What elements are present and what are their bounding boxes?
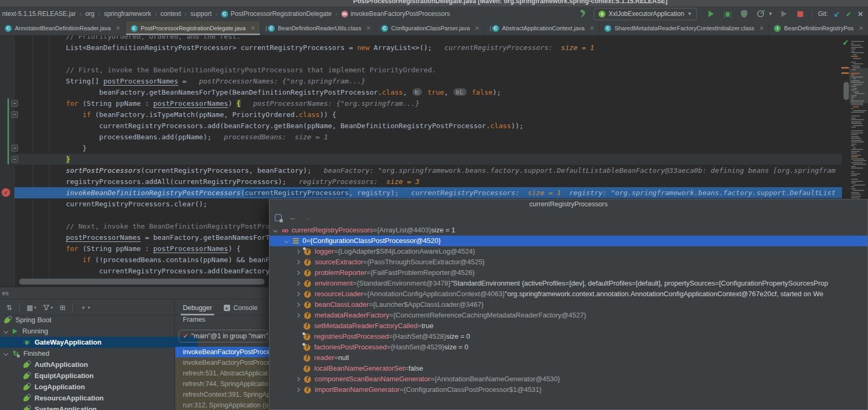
chevron-right-icon[interactable] [296,313,300,317]
chevron-right-icon[interactable] [296,292,300,296]
code-line[interactable]: List<BeanDefinitionRegistryPostProcessor… [14,42,842,53]
coverage-button[interactable] [739,9,749,19]
chevron-down-icon[interactable] [4,351,8,355]
close-icon[interactable]: ✕ [858,25,863,32]
error-stripe-mark[interactable] [841,72,849,74]
variable-row[interactable]: fmetadataReaderFactory = {ConcurrentRefe… [269,310,868,321]
service-row-equiptapplication[interactable]: EquiptApplication [0,370,198,381]
service-row-resourceapplication[interactable]: ResourceApplication [0,392,198,404]
variable-row[interactable]: fenvironment = {StandardEnvironment@3478… [269,278,868,289]
breadcrumb-item[interactable]: springframework [104,10,151,18]
filter-icon[interactable]: ▾ [43,304,53,311]
inspections-ok-icon[interactable]: ✓ [842,38,849,47]
chevron-right-icon[interactable] [296,303,300,307]
fold-marker[interactable] [11,156,18,163]
run-configuration-selector[interactable]: s XxlJobExecutorApplication ▼ [594,8,697,20]
close-icon[interactable]: ✕ [475,25,479,32]
variable-row[interactable]: flocalBeanNameGeneratorSet = false [269,363,868,374]
breadcrumb-item[interactable]: ntext-5.1.15.RELEASE.jar [2,10,76,18]
fold-marker[interactable] [11,145,18,152]
variable-row[interactable]: flogger = {LogAdapter$Slf4jLocationAware… [269,246,868,257]
thread-selector[interactable]: ✓ "main"@1 in group "main": [179,330,268,342]
tab-console[interactable]: ▸ Console [224,304,258,312]
close-icon[interactable]: ✕ [115,25,120,32]
add-service-icon[interactable]: ＋▾ [80,303,90,312]
editor-tab[interactable]: (CAbstractApplicationContext.java✕ [485,21,600,35]
back-arrow-icon[interactable]: ← [289,213,297,222]
code-line[interactable]: for (String ppName : postProcessorNames)… [14,98,842,109]
code-line[interactable]: beanFactory.getBeanNamesForType(BeanDefi… [14,87,842,98]
chevron-down-icon[interactable] [284,239,289,243]
close-icon[interactable]: ✕ [366,25,371,32]
code-line[interactable]: } [14,143,842,154]
breadcrumb-item[interactable]: support [190,10,212,18]
editor-tab[interactable]: (CBeanDefinitionReaderUtils.class✕ [260,21,376,35]
editor-tab[interactable]: CAnnotatedBeanDefinitionReader.java✕ [0,21,126,35]
run-button[interactable] [706,9,717,19]
variable-row[interactable]: fproblemReporter = {FailFastProblemRepor… [269,267,868,278]
service-row-spring boot[interactable]: Spring Boot [0,314,179,325]
service-row-finished[interactable]: ↻Finished [0,348,174,359]
vertical-scrollbar[interactable] [844,82,849,100]
git-extra-icon[interactable]: ✕ [857,10,863,18]
breadcrumb-item[interactable]: org [85,10,94,18]
editor-tab[interactable]: CConfigurationClassParser.java✕ [376,21,485,35]
code-line[interactable]: currentRegistryProcessors.add(beanFactor… [14,120,842,131]
debug-button[interactable] [722,9,733,19]
add-frame-icon[interactable]: ⊞ [60,304,65,312]
variable-row[interactable]: fimportBeanNameGenerator = {Configuratio… [269,384,868,395]
chevron-right-icon[interactable] [296,271,300,275]
variable-row[interactable]: 0 = {ConfigurationClassPostProcessor@452… [269,236,868,246]
stack-frame-row[interactable]: refreshContext:391, SpringAp [175,389,269,400]
variable-row[interactable]: fbeanClassLoader = {Launcher$AppClassLoa… [269,299,868,310]
stack-frame-row[interactable]: refresh:531, AbstractApplicat [175,368,269,379]
horizontal-scrollbar[interactable] [19,279,265,285]
stack-frame-row[interactable]: refresh:744, SpringApplicatio [175,379,269,389]
code-line[interactable]: registryProcessors.addAll(currentRegistr… [14,176,842,187]
fold-marker[interactable] [11,111,18,118]
stop-button[interactable] [795,9,806,19]
code-line[interactable]: } [14,154,842,165]
view-options-icon[interactable] [275,214,282,221]
chevron-right-icon[interactable] [296,260,300,264]
code-line[interactable]: if (beanFactory.isTypeMatch(ppName, Prio… [14,109,842,120]
variable-row[interactable]: fcomponentScanBeanNameGenerator = {Annot… [269,374,868,384]
code-line[interactable]: processedBeans.add(ppName); processedBea… [14,131,842,143]
breadcrumb-item[interactable]: minvokeBeanFactoryPostProcessors [341,10,450,18]
group-by-icon[interactable]: ▦▾ [27,304,36,312]
chevron-down-icon[interactable] [273,228,277,232]
variable-row[interactable]: fsourceExtractor = {PassThroughSourceExt… [269,257,868,267]
variable-row[interactable]: oocurrentRegistryProcessors = {ArrayList… [269,225,868,236]
code-line[interactable] [14,53,842,64]
fold-marker[interactable] [11,100,18,107]
code-line[interactable]: invokeBeanDefinitionRegistryPostProcesso… [14,187,842,198]
editor-tab[interactable]: CPostProcessorRegistrationDelegate.java✕ [126,21,261,35]
variable-row[interactable]: fsetMetadataReaderFactoryCalled = true [269,321,868,331]
breadcrumb-item[interactable]: context [161,10,181,18]
build-hammer-icon[interactable] [577,9,588,19]
code-line[interactable]: sortPostProcessors(currentRegistryProces… [14,165,842,176]
service-row-logapplication[interactable]: LogApplication [0,381,198,392]
profiler-button[interactable] [755,9,766,19]
chevron-right-icon[interactable] [296,377,300,381]
error-stripe-mark[interactable] [841,67,849,69]
stack-frame-row[interactable]: invokeBeanFactoryPostProce [175,357,269,368]
variable-row[interactable]: freader = null [269,353,868,363]
code-line[interactable]: // First, invoke the BeanDefinitionRegis… [14,64,842,76]
chevron-right-icon[interactable] [296,388,300,392]
editor-tab[interactable]: IBeanDefinitionRegistryPos✕ [769,21,868,35]
variable-row[interactable]: fregistriesPostProcessed = {HashSet@4528… [269,331,868,342]
editor-tab[interactable]: CSharedMetadataReaderFactoryContextIniti… [600,21,769,35]
variable-row[interactable]: ffactoriesPostProcessed = {HashSet@4529}… [269,342,868,353]
breakpoint-icon[interactable]: ✓ [2,188,10,197]
close-icon[interactable]: ✕ [250,25,255,32]
git-update-button[interactable]: ↙ [834,10,840,18]
breadcrumb-item[interactable]: CPostProcessorRegistrationDelegate [221,10,332,18]
chevron-right-icon[interactable] [296,249,300,254]
stack-frame-row[interactable]: run:312, SpringApplication (o [175,400,269,410]
git-commit-button[interactable]: ✓ [846,10,852,18]
service-row-running[interactable]: Running [0,325,174,337]
tab-debugger[interactable]: Debugger [183,304,212,312]
service-row-authapplication[interactable]: AuthApplication [0,359,198,370]
chevron-down-icon[interactable] [4,329,8,333]
